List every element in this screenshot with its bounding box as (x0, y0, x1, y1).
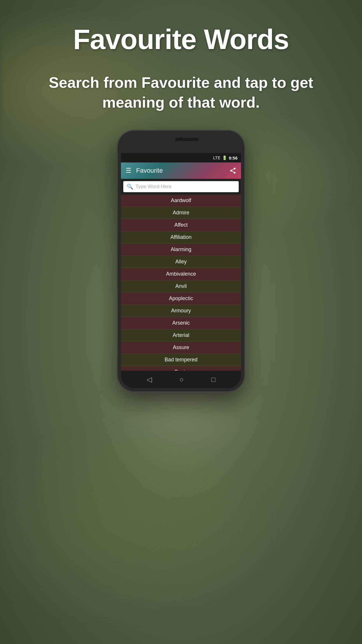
word-text: Assure (173, 344, 189, 351)
svg-line-4 (232, 169, 234, 170)
status-time: 9:56 (229, 155, 238, 160)
share-icon[interactable] (229, 167, 236, 174)
status-bar: LTE 🔋 9:56 (121, 153, 241, 162)
word-text: Affect (174, 222, 188, 228)
list-item[interactable]: Bad tempered (121, 354, 241, 366)
list-item[interactable]: Anvil (121, 280, 241, 293)
word-text: Aardwolf (171, 197, 191, 204)
list-item[interactable]: Arterial (121, 329, 241, 342)
recent-button[interactable]: □ (211, 375, 216, 384)
app-bar-title: Favourite (136, 167, 229, 174)
list-item[interactable]: Arsenic (121, 317, 241, 329)
word-text: Arsenic (172, 320, 190, 326)
page-content: Favourite Words Search from Favourite an… (0, 0, 362, 644)
list-item[interactable]: Alley (121, 256, 241, 268)
phone-mockup: LTE 🔋 9:56 ☰ Favourite (117, 130, 245, 392)
phone-screen: LTE 🔋 9:56 ☰ Favourite (121, 153, 241, 371)
svg-point-2 (234, 172, 236, 174)
menu-icon[interactable]: ☰ (126, 167, 131, 174)
word-text: Ambivalence (166, 271, 196, 277)
word-text: Alarming (171, 246, 191, 253)
word-text: Arterial (173, 332, 189, 338)
word-text: Admire (173, 210, 189, 216)
list-item[interactable]: Apoplectic (121, 293, 241, 305)
list-item[interactable]: Admire (121, 207, 241, 219)
word-text: Armoury (171, 308, 191, 314)
svg-line-3 (232, 171, 234, 172)
word-list: AardwolfAdmireAffectAffiliationAlarmingA… (121, 195, 241, 371)
battery-icon: 🔋 (222, 155, 227, 160)
svg-point-1 (230, 170, 232, 172)
search-box[interactable]: 🔍 Type Word Here (123, 181, 239, 192)
phone-speaker (175, 138, 198, 141)
word-text: Anvil (175, 283, 187, 289)
word-text: Basis (175, 369, 187, 371)
list-item[interactable]: Ambivalence (121, 268, 241, 280)
list-item[interactable]: Affect (121, 219, 241, 231)
app-bar: ☰ Favourite (121, 162, 241, 179)
phone-outer: LTE 🔋 9:56 ☰ Favourite (117, 130, 245, 392)
home-button[interactable]: ○ (180, 375, 184, 384)
list-item[interactable]: Basis (121, 366, 241, 371)
subtitle-text: Search from Favourite and tap to get mea… (0, 73, 362, 112)
nav-bar: ◁ ○ □ (121, 371, 241, 388)
word-text: Bad tempered (164, 357, 197, 363)
list-item[interactable]: Armoury (121, 305, 241, 317)
list-item[interactable]: Alarming (121, 244, 241, 256)
search-placeholder[interactable]: Type Word Here (136, 184, 235, 190)
word-text: Apoplectic (169, 295, 193, 302)
word-text: Affiliation (171, 234, 192, 240)
svg-point-0 (234, 168, 236, 169)
list-item[interactable]: Affiliation (121, 231, 241, 244)
main-title: Favourite Words (73, 23, 289, 55)
word-text: Alley (175, 259, 187, 265)
signal-icon: LTE (213, 155, 220, 160)
search-icon: 🔍 (127, 183, 133, 190)
back-button[interactable]: ◁ (147, 375, 152, 384)
list-item[interactable]: Assure (121, 342, 241, 354)
list-item[interactable]: Aardwolf (121, 195, 241, 207)
